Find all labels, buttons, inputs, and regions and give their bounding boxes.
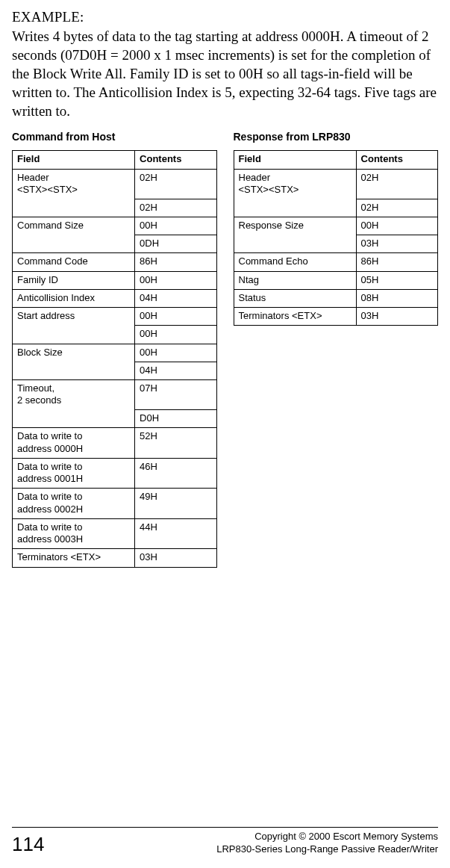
cell-field: Timeout,2 seconds	[13, 380, 135, 410]
cell-field: Command Size	[13, 217, 135, 235]
cell-contents: 02H	[356, 199, 437, 217]
table-row: 0DH	[13, 235, 217, 253]
cell-field: Ntag	[234, 271, 356, 289]
cell-contents: 52H	[135, 428, 216, 459]
cell-field: Data to write toaddress 0002H	[13, 489, 135, 519]
cell-contents: 04H	[135, 362, 216, 379]
cell-contents: 03H	[356, 308, 437, 326]
cell-contents: 0DH	[135, 235, 216, 253]
cell-field	[234, 235, 356, 253]
table-row: Header<STX><STX>02H	[234, 169, 438, 199]
table-row: Data to write toaddress 0000H52H	[13, 428, 217, 459]
cell-contents: 00H	[135, 326, 216, 344]
cell-field	[234, 199, 356, 217]
cell-contents: 00H	[135, 271, 216, 289]
cell-field: Family ID	[13, 271, 135, 289]
table-row: Data to write toaddress 0002H49H	[13, 489, 217, 519]
table-row: Block Size00H	[13, 344, 217, 362]
table-row: Anticollision Index04H	[13, 289, 217, 307]
table-row: Ntag05H	[234, 271, 438, 289]
cell-contents: 86H	[356, 253, 437, 271]
table-row: Data to write toaddress 0003H44H	[13, 518, 217, 549]
cell-field: Data to write toaddress 0000H	[13, 428, 135, 459]
cell-contents: 00H	[135, 308, 216, 326]
cell-field: Data to write toaddress 0001H	[13, 458, 135, 489]
table-row: Status08H	[234, 289, 438, 307]
table-row: Command Code86H	[13, 253, 217, 271]
cell-contents: 03H	[135, 549, 216, 567]
table-row: 03H	[234, 235, 438, 253]
footer-line-2: LRP830-Series Long-Range Passive Reader/…	[216, 843, 438, 856]
header-contents: Contents	[356, 151, 437, 169]
left-section-title: Command from Host	[12, 131, 217, 143]
cell-contents: 00H	[356, 217, 437, 235]
left-column: Command from Host Field Contents Header<…	[12, 131, 217, 567]
cell-field: Header<STX><STX>	[234, 169, 356, 199]
header-field: Field	[234, 151, 356, 169]
table-row: Header<STX><STX>02H	[13, 169, 217, 199]
right-column: Response from LRP830 Field Contents Head…	[234, 131, 439, 567]
cell-contents: 00H	[135, 217, 216, 235]
cell-field	[13, 235, 135, 253]
cell-field: Response Size	[234, 217, 356, 235]
cell-contents: 86H	[135, 253, 216, 271]
table-row: Command Size00H	[13, 217, 217, 235]
cell-field	[13, 199, 135, 217]
header-field: Field	[13, 151, 135, 169]
cell-field	[13, 410, 135, 428]
cell-contents: 08H	[356, 289, 437, 307]
cell-contents: D0H	[135, 410, 216, 428]
table-row: 02H	[13, 199, 217, 217]
cell-field: Header<STX><STX>	[13, 169, 135, 199]
cell-contents: 02H	[356, 169, 437, 199]
table-header-row: Field Contents	[234, 151, 438, 169]
cell-field: Status	[234, 289, 356, 307]
cell-contents: 07H	[135, 380, 216, 410]
cell-contents: 44H	[135, 518, 216, 549]
table-row: 00H	[13, 326, 217, 344]
cell-contents: 02H	[135, 199, 216, 217]
response-table: Field Contents Header<STX><STX>02H02HRes…	[234, 150, 439, 326]
header-contents: Contents	[135, 151, 216, 169]
footer-row: 114 Copyright © 2000 Escort Memory Syste…	[12, 831, 438, 856]
table-row: Data to write toaddress 0001H46H	[13, 458, 217, 489]
command-table: Field Contents Header<STX><STX>02H02HCom…	[12, 150, 217, 567]
cell-contents: 05H	[356, 271, 437, 289]
table-header-row: Field Contents	[13, 151, 217, 169]
cell-field: Command Echo	[234, 253, 356, 271]
cell-field: Terminators <ETX>	[234, 308, 356, 326]
footer-text: Copyright © 2000 Escort Memory Systems L…	[216, 831, 438, 856]
table-row: D0H	[13, 410, 217, 428]
footer-rule	[12, 827, 438, 828]
page-number: 114	[12, 833, 44, 856]
cell-contents: 00H	[135, 344, 216, 362]
cell-contents: 03H	[356, 235, 437, 253]
cell-contents: 02H	[135, 169, 216, 199]
cell-contents: 04H	[135, 289, 216, 307]
table-row: Family ID00H	[13, 271, 217, 289]
table-row: Terminators <ETX>03H	[234, 308, 438, 326]
table-row: 04H	[13, 362, 217, 379]
page: EXAMPLE: Writes 4 bytes of data to the t…	[0, 0, 450, 868]
cell-field: Command Code	[13, 253, 135, 271]
table-row: Timeout,2 seconds07H	[13, 380, 217, 410]
cell-field	[13, 362, 135, 379]
table-row: Response Size00H	[234, 217, 438, 235]
example-heading: EXAMPLE:	[12, 9, 438, 25]
cell-contents: 46H	[135, 458, 216, 489]
right-section-title: Response from LRP830	[234, 131, 439, 143]
table-row: Terminators <ETX>03H	[13, 549, 217, 567]
table-row: Command Echo86H	[234, 253, 438, 271]
page-footer: 114 Copyright © 2000 Escort Memory Syste…	[12, 827, 438, 856]
intro-paragraph: Writes 4 bytes of data to the tag starti…	[12, 27, 438, 120]
table-row: 02H	[234, 199, 438, 217]
cell-field: Block Size	[13, 344, 135, 362]
cell-field	[13, 326, 135, 344]
table-row: Start address00H	[13, 308, 217, 326]
cell-field: Start address	[13, 308, 135, 326]
cell-field: Terminators <ETX>	[13, 549, 135, 567]
columns: Command from Host Field Contents Header<…	[12, 131, 438, 567]
cell-field: Anticollision Index	[13, 289, 135, 307]
cell-field: Data to write toaddress 0003H	[13, 518, 135, 549]
footer-line-1: Copyright © 2000 Escort Memory Systems	[216, 831, 438, 843]
